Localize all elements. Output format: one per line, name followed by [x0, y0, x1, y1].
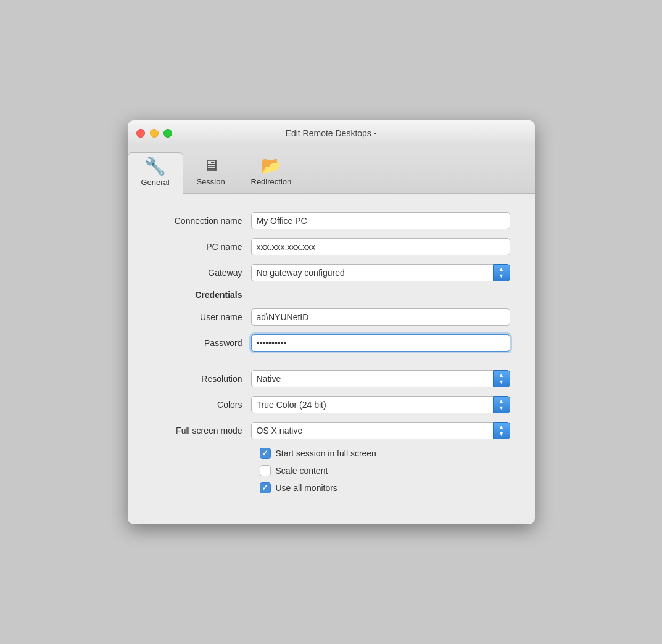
gateway-row: Gateway No gateway configured ▲ ▼ — [152, 264, 510, 281]
tab-session[interactable]: 🖥 Session — [183, 152, 239, 193]
full-screen-mode-select-wrapper: OS X native ▲ ▼ — [251, 422, 510, 439]
resolution-select-wrapper: Native ▲ ▼ — [251, 370, 510, 387]
pc-name-row: PC name — [152, 238, 510, 255]
pc-name-input[interactable] — [251, 238, 510, 255]
colors-stepper[interactable]: ▲ ▼ — [493, 396, 510, 413]
resolution-stepper[interactable]: ▲ ▼ — [493, 370, 510, 387]
user-name-row: User name — [152, 308, 510, 326]
gateway-stepper[interactable]: ▲ ▼ — [493, 264, 510, 281]
colors-select[interactable]: True Color (24 bit) — [251, 396, 493, 413]
toolbar: 🔧 General 🖥 Session 📂 Redirection — [128, 147, 535, 194]
tab-redirection[interactable]: 📂 Redirection — [239, 152, 304, 193]
user-name-input[interactable] — [251, 308, 510, 326]
content-area: Connection name PC name Gateway No gatew… — [128, 194, 535, 524]
tab-session-label: Session — [196, 177, 225, 186]
pc-name-label: PC name — [152, 242, 251, 252]
gateway-label: Gateway — [152, 268, 251, 278]
full-screen-up-arrow: ▲ — [499, 424, 504, 430]
password-label: Password — [152, 338, 251, 348]
start-session-checkbox[interactable]: ✓ — [260, 448, 271, 459]
scale-content-row: Scale content — [260, 465, 510, 476]
connection-name-row: Connection name — [152, 212, 510, 229]
full-screen-mode-row: Full screen mode OS X native ▲ ▼ — [152, 422, 510, 439]
use-all-monitors-label: Use all monitors — [276, 483, 337, 493]
general-icon: 🔧 — [144, 158, 166, 175]
resolution-select[interactable]: Native — [251, 370, 493, 387]
gateway-down-arrow: ▼ — [499, 273, 504, 279]
full-screen-down-arrow: ▼ — [499, 431, 504, 437]
close-button[interactable] — [136, 129, 145, 138]
gateway-up-arrow: ▲ — [499, 266, 504, 272]
colors-up-arrow: ▲ — [499, 398, 504, 404]
main-window: Edit Remote Desktops - 🔧 General 🖥 Sessi… — [128, 120, 535, 524]
use-all-monitors-checkbox[interactable]: ✓ — [260, 482, 271, 493]
resolution-up-arrow: ▲ — [499, 373, 504, 378]
gateway-select-wrapper: No gateway configured ▲ ▼ — [251, 264, 510, 281]
gateway-select[interactable]: No gateway configured — [251, 264, 493, 281]
connection-name-label: Connection name — [152, 216, 251, 226]
resolution-down-arrow: ▼ — [499, 379, 504, 385]
minimize-button[interactable] — [150, 129, 159, 138]
title-bar: Edit Remote Desktops - — [128, 120, 535, 147]
window-title: Edit Remote Desktops - — [286, 128, 377, 138]
colors-label: Colors — [152, 400, 251, 410]
maximize-button[interactable] — [163, 129, 172, 138]
full-screen-mode-select[interactable]: OS X native — [251, 422, 493, 439]
colors-select-wrapper: True Color (24 bit) ▲ ▼ — [251, 396, 510, 413]
password-row: Password — [152, 334, 510, 352]
full-screen-mode-label: Full screen mode — [152, 426, 251, 436]
traffic-lights — [136, 129, 172, 138]
colors-down-arrow: ▼ — [499, 405, 504, 411]
resolution-row: Resolution Native ▲ ▼ — [152, 370, 510, 387]
tab-general-label: General — [141, 178, 169, 187]
colors-row: Colors True Color (24 bit) ▲ ▼ — [152, 396, 510, 413]
tab-general[interactable]: 🔧 General — [128, 152, 183, 194]
use-all-monitors-row: ✓ Use all monitors — [260, 482, 510, 493]
scale-content-checkbox[interactable] — [260, 465, 271, 476]
credentials-row: Credentials — [152, 290, 510, 300]
credentials-label: Credentials — [152, 290, 251, 300]
redirection-icon: 📂 — [260, 157, 282, 175]
start-session-checkmark: ✓ — [262, 449, 268, 457]
tab-redirection-label: Redirection — [251, 177, 292, 186]
start-session-row: ✓ Start session in full screen — [260, 448, 510, 459]
full-screen-mode-stepper[interactable]: ▲ ▼ — [493, 422, 510, 439]
password-input[interactable] — [251, 334, 510, 352]
session-icon: 🖥 — [202, 157, 220, 175]
connection-name-input[interactable] — [251, 212, 510, 229]
resolution-label: Resolution — [152, 374, 251, 384]
user-name-label: User name — [152, 312, 251, 322]
scale-content-label: Scale content — [276, 466, 328, 476]
use-all-monitors-checkmark: ✓ — [262, 484, 268, 492]
start-session-label: Start session in full screen — [276, 448, 376, 458]
